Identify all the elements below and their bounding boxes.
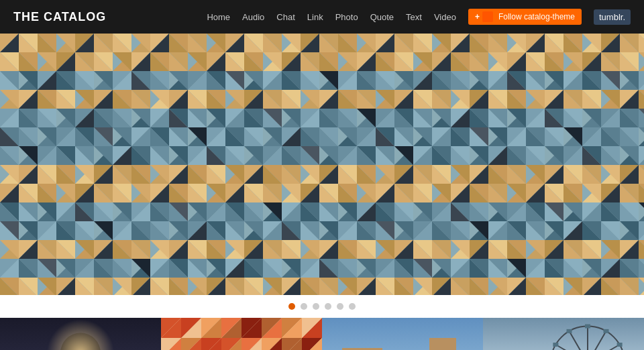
nav-audio[interactable]: Audio xyxy=(242,12,264,22)
dot-5[interactable] xyxy=(337,303,343,310)
hero-slideshow xyxy=(0,34,644,295)
nav-text[interactable]: Text xyxy=(406,12,422,22)
nav-chat[interactable]: Chat xyxy=(276,12,294,22)
nav-link[interactable]: Link xyxy=(307,12,323,22)
nav-photo[interactable]: Photo xyxy=(335,12,358,22)
thumb-2[interactable] xyxy=(161,318,322,350)
thumb-1[interactable] xyxy=(0,318,161,350)
nav-quote[interactable]: Quote xyxy=(370,12,394,22)
nav-home[interactable]: Home xyxy=(207,12,230,22)
dot-2[interactable] xyxy=(301,303,307,310)
slideshow-dots xyxy=(0,295,644,318)
thumb-3[interactable] xyxy=(322,318,483,350)
dot-3[interactable] xyxy=(313,303,319,310)
site-title: THE CATALOG xyxy=(13,10,106,24)
site-header: THE CATALOG Home Audio Chat Link Photo Q… xyxy=(0,0,644,34)
dot-4[interactable] xyxy=(325,303,331,310)
dot-1[interactable] xyxy=(288,303,295,310)
tumblr-logo[interactable]: tumblr. xyxy=(594,9,631,25)
thumbnail-grid xyxy=(0,318,644,350)
nav-video[interactable]: Video xyxy=(434,12,456,22)
follow-icon xyxy=(482,11,493,22)
hero-image xyxy=(0,34,644,295)
thumb-4[interactable] xyxy=(483,318,644,350)
follow-button[interactable]: Follow catalog-theme xyxy=(468,9,582,25)
dot-6[interactable] xyxy=(349,303,356,310)
main-nav: Home Audio Chat Link Photo Quote Text Vi… xyxy=(207,9,631,25)
